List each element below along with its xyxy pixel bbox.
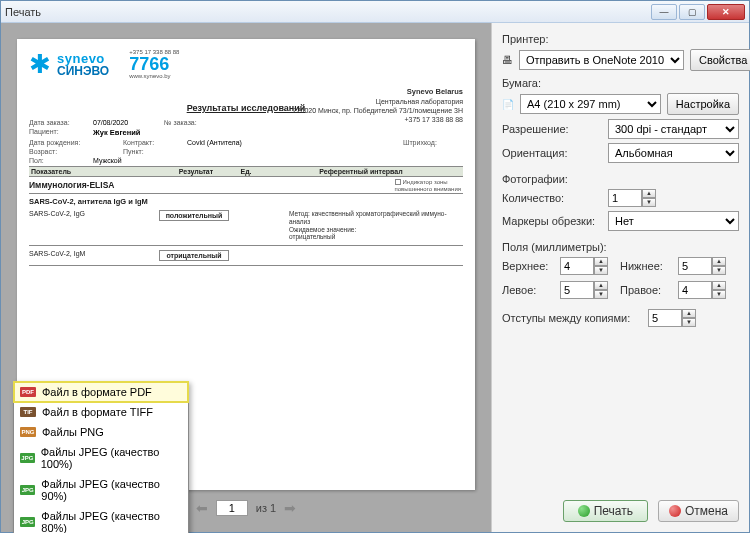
printer-label: Принтер: — [502, 33, 739, 45]
export-jpeg-80[interactable]: JPGФайлы JPEG (качество 80%) — [14, 506, 188, 533]
lab-company: Synevo Belarus — [407, 87, 463, 96]
jpeg-icon: JPG — [20, 517, 35, 527]
margin-right-spinner[interactable]: ▲▼ — [678, 281, 728, 299]
spin-down-icon[interactable]: ▼ — [642, 198, 656, 207]
close-button[interactable]: ✕ — [707, 4, 745, 20]
png-icon: PNG — [20, 427, 36, 437]
export-format-menu: PDFФайл в формате PDF TIFФайл в формате … — [13, 381, 189, 533]
page-input[interactable] — [216, 500, 248, 516]
minimize-button[interactable]: — — [651, 4, 677, 20]
orientation-label: Ориентация: — [502, 147, 602, 159]
jpeg-icon: JPG — [20, 485, 35, 495]
export-tiff[interactable]: TIFФайл в формате TIFF — [14, 402, 188, 422]
lab-address: Synevo Belarus Центральная лаборатория 2… — [293, 87, 463, 124]
site: www.synevo.by — [129, 73, 179, 79]
tiff-icon: TIF — [20, 407, 36, 417]
print-dialog: Печать — ▢ ✕ ✱ synevo СИНЭВО +375 17 338… — [0, 0, 750, 533]
resolution-label: Разрешение: — [502, 123, 602, 135]
jpeg-icon: JPG — [20, 453, 35, 463]
export-pdf[interactable]: PDFФайл в формате PDF — [14, 382, 188, 402]
logo-icon: ✱ — [29, 51, 51, 77]
printer-properties-button[interactable]: Свойства — [690, 49, 750, 71]
phone-big: 7766 — [129, 54, 169, 74]
page-of-label: из 1 — [256, 502, 276, 514]
margins-label: Поля (миллиметры): — [502, 241, 739, 253]
next-page-icon[interactable]: ➡ — [284, 500, 296, 516]
printer-icon: 🖶 — [502, 54, 513, 66]
paper-icon: 📄 — [502, 99, 514, 110]
paper-select[interactable]: A4 (210 x 297 mm) — [520, 94, 661, 114]
crop-label: Маркеры обрезки: — [502, 215, 602, 227]
subsection-title: SARS-CoV-2, антитела IgG и IgM — [29, 197, 463, 206]
logo-block: ✱ synevo СИНЭВО +375 17 338 88 88 7766 w… — [29, 49, 463, 79]
result-row: SARS-CoV-2, IgG положительный Метод: кач… — [29, 210, 463, 241]
orientation-select[interactable]: Альбомная — [608, 143, 739, 163]
cancel-icon — [669, 505, 681, 517]
crop-select[interactable]: Нет — [608, 211, 739, 231]
brand-top: synevo — [57, 52, 109, 65]
prev-page-icon[interactable]: ⬅ — [196, 500, 208, 516]
settings-panel: Принтер: 🖶 Отправить в OneNote 2010 Свой… — [491, 23, 749, 532]
export-jpeg-100[interactable]: JPGФайлы JPEG (качество 100%) — [14, 442, 188, 474]
brand-bottom: СИНЭВО — [57, 65, 109, 77]
paper-settings-button[interactable]: Настройка — [667, 93, 739, 115]
cancel-button[interactable]: Отмена — [658, 500, 739, 522]
maximize-button[interactable]: ▢ — [679, 4, 705, 20]
preview-area: ✱ synevo СИНЭВО +375 17 338 88 88 7766 w… — [1, 23, 491, 532]
table-header: Показатель Результат Ед. Референтный инт… — [29, 166, 463, 177]
resolution-select[interactable]: 300 dpi - стандарт — [608, 119, 739, 139]
print-button[interactable]: Печать — [563, 500, 648, 522]
result-row: SARS-CoV-2, IgM отрицательный — [29, 250, 463, 261]
export-png[interactable]: PNGФайлы PNG — [14, 422, 188, 442]
export-jpeg-90[interactable]: JPGФайлы JPEG (качество 90%) — [14, 474, 188, 506]
spin-up-icon[interactable]: ▲ — [642, 189, 656, 198]
legend: Индикатор зоны повышенного внимания — [395, 179, 462, 193]
paper-label: Бумага: — [502, 77, 739, 89]
patient-name: Жук Евгений — [93, 128, 140, 137]
phone-block: +375 17 338 88 88 7766 www.synevo.by — [129, 49, 179, 79]
window-title: Печать — [5, 6, 649, 18]
margin-top-spinner[interactable]: ▲▼ — [560, 257, 610, 275]
count-label: Количество: — [502, 192, 602, 204]
count-spinner[interactable]: ▲▼ — [608, 189, 656, 207]
margin-bottom-spinner[interactable]: ▲▼ — [678, 257, 728, 275]
gap-spinner[interactable]: ▲▼ — [648, 309, 696, 327]
photos-label: Фотографии: — [502, 173, 739, 185]
pdf-icon: PDF — [20, 387, 36, 397]
margin-left-spinner[interactable]: ▲▼ — [560, 281, 610, 299]
check-icon — [578, 505, 590, 517]
titlebar: Печать — ▢ ✕ — [1, 1, 749, 23]
gap-label: Отступы между копиями: — [502, 312, 642, 324]
printer-select[interactable]: Отправить в OneNote 2010 — [519, 50, 684, 70]
